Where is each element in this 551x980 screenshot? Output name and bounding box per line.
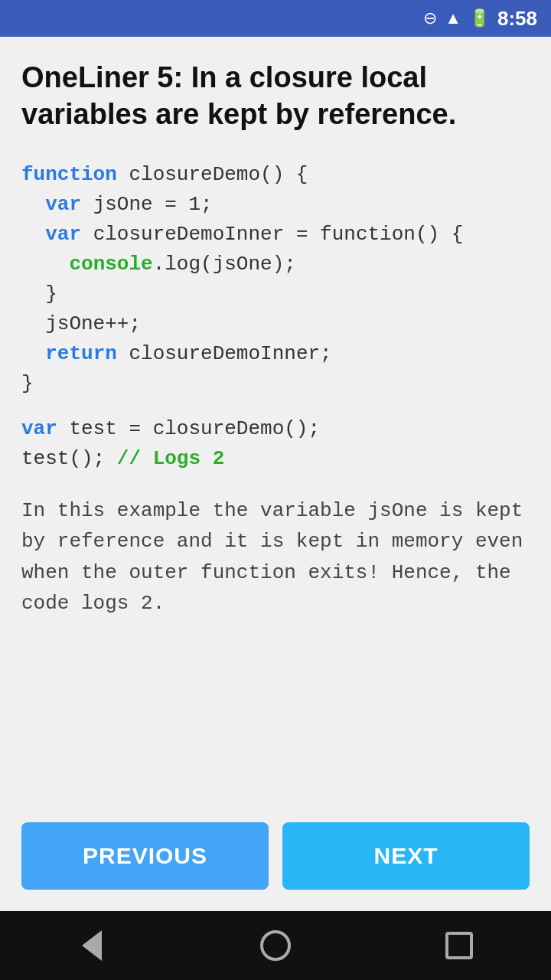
signal-icon: ▲	[445, 8, 461, 28]
code-blank-line	[21, 399, 530, 414]
code-line-2: var jsOne = 1;	[21, 190, 530, 220]
code-comment: // Logs 2	[117, 447, 224, 470]
code-line-7: return closureDemoInner;	[21, 339, 530, 369]
back-icon	[82, 930, 102, 961]
next-button[interactable]: NEXT	[282, 822, 530, 890]
code-line-4: console.log(jsOne);	[21, 250, 530, 279]
page-title: OneLiner 5: In a closure local variables…	[21, 60, 530, 132]
code-block: function closureDemo() { var jsOne = 1; …	[21, 160, 530, 474]
status-bar: ⊖ ▲ 🔋 8:58	[0, 0, 551, 37]
home-button[interactable]	[249, 919, 302, 972]
keyword-function: function	[21, 163, 117, 186]
code-line-10: test(); // Logs 2	[21, 444, 530, 474]
code-line-1: function closureDemo() {	[21, 160, 530, 190]
dnd-icon: ⊖	[423, 8, 437, 28]
battery-icon: 🔋	[469, 8, 490, 28]
recents-icon	[445, 932, 473, 959]
keyword-var-2: var	[45, 223, 81, 246]
previous-button[interactable]: PREVIOUS	[21, 822, 269, 890]
description-text: In this example the variable jsOne is ke…	[21, 495, 530, 619]
keyword-console: console	[69, 253, 152, 276]
recents-button[interactable]	[432, 919, 486, 972]
home-icon	[260, 930, 291, 961]
keyword-return: return	[45, 342, 117, 365]
status-icons: ⊖ ▲ 🔋 8:58	[423, 7, 537, 31]
button-area: PREVIOUS NEXT	[0, 808, 551, 911]
code-line-6: jsOne++;	[21, 309, 530, 339]
keyword-var-3: var	[21, 417, 57, 440]
status-time: 8:58	[497, 7, 537, 31]
back-button[interactable]	[65, 919, 119, 972]
nav-bar	[0, 911, 551, 980]
code-line-3: var closureDemoInner = function() {	[21, 220, 530, 250]
code-line-8: }	[21, 369, 530, 399]
code-line-5: }	[21, 279, 530, 309]
main-content: OneLiner 5: In a closure local variables…	[0, 37, 551, 808]
keyword-var-1: var	[45, 193, 81, 216]
code-line-9: var test = closureDemo();	[21, 414, 530, 444]
